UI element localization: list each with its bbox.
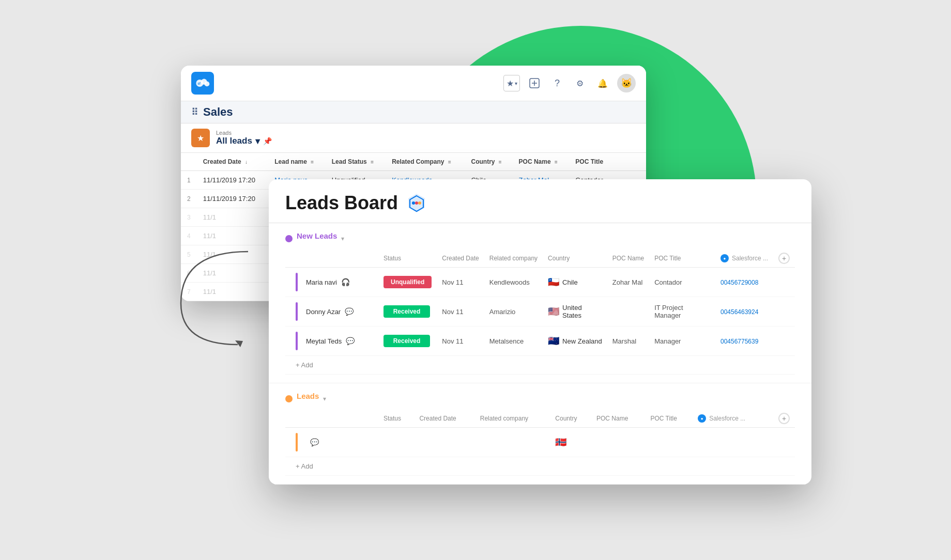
headset-icon[interactable]: 🎧 bbox=[341, 278, 350, 286]
row-number: 2 bbox=[181, 190, 197, 208]
sf-header-icons: ★ ▾ ? ⚙ 🔔 bbox=[503, 74, 636, 92]
cell-phone[interactable]: 00456463924 bbox=[715, 297, 773, 326]
status-badge[interactable]: Unqualified bbox=[384, 276, 432, 288]
monday-logo bbox=[405, 192, 428, 214]
cell-status[interactable]: Received bbox=[378, 326, 437, 356]
cell-country: 🇳🇴 bbox=[550, 428, 591, 457]
cell-company: Metalsence bbox=[484, 326, 543, 356]
cell-status[interactable] bbox=[378, 428, 414, 457]
cell-date: 11/1 bbox=[197, 245, 269, 264]
col-related-company[interactable]: Related Company ≡ bbox=[386, 153, 465, 171]
app-name: Sales bbox=[203, 105, 233, 119]
col-header-0: Status bbox=[378, 410, 414, 428]
phone-link[interactable]: 00456463924 bbox=[720, 308, 758, 316]
flag-icon: 🇳🇿 bbox=[548, 335, 559, 347]
monday-header: Leads Board bbox=[269, 179, 811, 223]
board-section-new_leads: New Leads▾StatusCreated DateRelated comp… bbox=[269, 223, 811, 383]
row-stripe bbox=[296, 332, 298, 350]
svg-point-12 bbox=[418, 201, 421, 205]
star-icon: ★ bbox=[507, 79, 514, 88]
cell-lead-name: Donny Azar💬 bbox=[285, 297, 378, 326]
monday-window: Leads Board New Leads▾StatusCreated Date… bbox=[269, 179, 811, 485]
lead-name-text: Donny Azar bbox=[306, 308, 341, 316]
add-column-button[interactable]: + bbox=[778, 253, 790, 264]
chevron-down-icon: ▾ bbox=[515, 81, 517, 86]
svg-point-11 bbox=[415, 201, 418, 205]
col-header-4: POC Name bbox=[591, 410, 645, 428]
add-button[interactable] bbox=[526, 75, 543, 91]
help-button[interactable]: ? bbox=[549, 75, 565, 91]
monday-content: New Leads▾StatusCreated DateRelated comp… bbox=[269, 223, 811, 485]
cell-lead-name: Meytal Teds💬 bbox=[285, 326, 378, 356]
cell-date: 11/1 bbox=[197, 208, 269, 227]
grid-icon: ⠿ bbox=[191, 106, 198, 118]
country-name: United States bbox=[562, 304, 602, 319]
col-country[interactable]: Country ≡ bbox=[465, 153, 513, 171]
add-item-button[interactable]: + Add bbox=[285, 356, 795, 375]
board-table: StatusCreated DateRelated companyCountry… bbox=[285, 250, 795, 375]
avatar[interactable]: 🐱 bbox=[617, 74, 636, 92]
col-poc-title[interactable]: POC Title bbox=[569, 153, 646, 171]
chat-icon[interactable]: 💬 bbox=[345, 307, 354, 316]
cell-date: 11/11/2019 17:20 bbox=[197, 190, 269, 208]
board-section-leads: Leads▾StatusCreated DateRelated companyC… bbox=[269, 383, 811, 485]
salesforce-col-label: Salesforce ... bbox=[709, 415, 745, 422]
section-collapse-icon[interactable]: ▾ bbox=[341, 235, 344, 242]
cell-date: 11/1 bbox=[197, 283, 269, 301]
flag-icon: 🇺🇸 bbox=[548, 306, 559, 317]
cell-poc-title: IT Project Manager bbox=[649, 297, 715, 326]
cell-country: 🇺🇸United States bbox=[543, 297, 607, 326]
col-name-header bbox=[285, 410, 378, 428]
col-header-2: Related company bbox=[484, 250, 543, 268]
list-item: Donny Azar💬ReceivedNov 11Amarizio🇺🇸Unite… bbox=[285, 297, 795, 326]
chat-icon[interactable]: 💬 bbox=[346, 337, 355, 345]
section-color-dot bbox=[285, 235, 293, 242]
notifications-button[interactable]: 🔔 bbox=[594, 75, 611, 91]
status-badge[interactable]: Received bbox=[384, 305, 430, 318]
add-row[interactable]: + Add bbox=[285, 356, 795, 375]
row-number: 1 bbox=[181, 171, 197, 190]
col-poc-name[interactable]: POC Name ≡ bbox=[513, 153, 570, 171]
phone-link[interactable]: 00456775639 bbox=[720, 338, 758, 345]
row-number: 4 bbox=[181, 227, 197, 245]
col-header-4: POC Name bbox=[607, 250, 649, 268]
dropdown-icon[interactable]: ▾ bbox=[255, 136, 260, 147]
cell-phone[interactable]: 00456775639 bbox=[715, 326, 773, 356]
filter-icon: ≡ bbox=[311, 159, 314, 165]
cell-lead-name: Maria navi🎧 bbox=[285, 268, 378, 297]
cell-phone[interactable]: 00456729008 bbox=[715, 268, 773, 297]
cell-status[interactable]: Unqualified bbox=[378, 268, 437, 297]
chat-icon[interactable]: 💬 bbox=[310, 438, 319, 446]
monday-board-title: Leads Board bbox=[285, 192, 398, 214]
section-collapse-icon[interactable]: ▾ bbox=[323, 395, 326, 402]
add-row[interactable]: + Add bbox=[285, 457, 795, 476]
cell-company: Kendlewoods bbox=[484, 268, 543, 297]
monday-title-row: Leads Board bbox=[285, 192, 795, 214]
cell-country: 🇨🇱Chile bbox=[543, 268, 607, 297]
pin-icon[interactable]: 📌 bbox=[263, 137, 272, 145]
status-badge[interactable]: Received bbox=[384, 335, 430, 347]
col-lead-status[interactable]: Lead Status ≡ bbox=[326, 153, 386, 171]
cell-status[interactable]: Received bbox=[378, 297, 437, 326]
col-header-5: POC Title bbox=[649, 250, 715, 268]
phone-link[interactable]: 00456729008 bbox=[720, 279, 758, 286]
add-item-button[interactable]: + Add bbox=[285, 457, 795, 476]
cell-country: 🇳🇿New Zealand bbox=[543, 326, 607, 356]
col-created-date[interactable]: Created Date ↓ bbox=[197, 153, 269, 171]
cell-date: 11/1 bbox=[197, 264, 269, 283]
col-header-5: POC Title bbox=[646, 410, 693, 428]
cell-poc-name: Zohar Mal bbox=[607, 268, 649, 297]
section-color-dot bbox=[285, 395, 293, 402]
col-header-2: Related company bbox=[475, 410, 550, 428]
settings-button[interactable]: ⚙ bbox=[572, 75, 588, 91]
col-lead-name[interactable]: Lead name ≡ bbox=[268, 153, 326, 171]
breadcrumb-parent: Leads bbox=[216, 130, 272, 136]
section-title: Leads bbox=[297, 392, 319, 400]
favorites-button[interactable]: ★ ▾ bbox=[503, 75, 520, 91]
cell-lead-name: 💬 bbox=[285, 428, 378, 457]
col-header-6: ●Salesforce ... bbox=[693, 410, 767, 428]
country-name: Chile bbox=[562, 278, 578, 286]
add-column-button[interactable]: + bbox=[778, 413, 790, 424]
cell-created-date: Nov 11 bbox=[437, 326, 484, 356]
col-header-7: + bbox=[767, 410, 795, 428]
